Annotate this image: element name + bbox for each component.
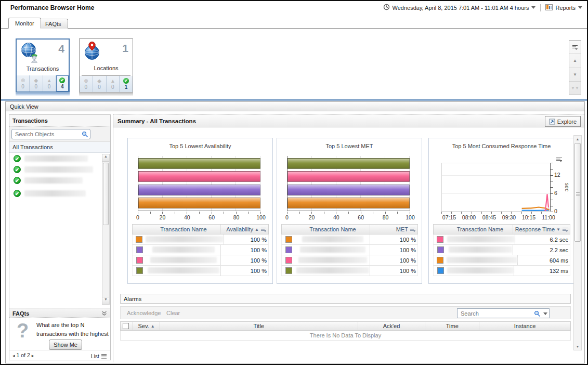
table-row[interactable]: 6.2 sec — [433, 234, 570, 245]
column-transaction-name[interactable]: Transaction Name — [147, 226, 220, 232]
reports-caret-icon[interactable] — [578, 6, 582, 9]
table-row[interactable]: 100 % — [132, 266, 269, 276]
column-menu-icon[interactable] — [562, 227, 568, 232]
scrollbar-thumb[interactable] — [103, 163, 109, 225]
pager-label: 1 of 2 — [16, 352, 30, 358]
all-transactions-header[interactable]: All Transactions — [9, 142, 110, 153]
time-range-label[interactable]: Wednesday, April 8, 2015 7:01 AM - 11:01… — [393, 5, 529, 11]
table-row[interactable]: 100 % — [281, 245, 418, 255]
column-transaction-name[interactable]: Transaction Name — [448, 226, 513, 232]
alarms-search-box — [457, 308, 550, 318]
table-row[interactable]: 604 ms — [433, 255, 570, 266]
scroll-down-button[interactable]: ▼ — [569, 68, 581, 82]
tab-faqts[interactable]: FAQts — [38, 19, 68, 29]
status-warning[interactable]: ▲0 — [43, 75, 56, 92]
series-swatch — [437, 236, 443, 243]
transactions-status-row: ⊗0 ◆0 ▲0 ✔4 — [17, 75, 69, 92]
column-acked[interactable]: Ack'ed — [358, 322, 426, 330]
bar[interactable] — [288, 171, 410, 182]
table-row[interactable]: 100 % — [132, 245, 269, 255]
table-row[interactable]: 100 % — [132, 234, 269, 245]
normal-count: 4 — [61, 84, 64, 89]
alarms-search-input[interactable] — [460, 310, 531, 317]
redacted-transaction-name — [24, 190, 86, 197]
scroll-up-button[interactable]: ▲ — [569, 54, 581, 68]
acknowledge-button[interactable]: Acknowledge — [127, 310, 161, 316]
search-options-caret-icon[interactable] — [543, 312, 547, 315]
table-row[interactable]: 100 % — [281, 234, 418, 245]
column-menu-icon[interactable] — [410, 227, 416, 232]
status-critical[interactable]: ◆0 — [29, 75, 42, 92]
reports-button[interactable]: Reports — [555, 5, 576, 11]
series-swatch — [437, 246, 444, 253]
explore-button[interactable]: Explore — [545, 116, 581, 127]
list-view-icon[interactable] — [101, 354, 107, 359]
search-icon[interactable] — [82, 131, 88, 138]
tile-transactions[interactable]: 4 Transactions ⊗0 ◆0 ▲0 ✔4 — [16, 38, 70, 93]
column-title[interactable]: Title — [160, 322, 358, 330]
table-row[interactable]: 2.2 sec — [433, 245, 570, 255]
bar[interactable] — [138, 158, 260, 169]
column-availability[interactable]: Availability▲ — [220, 225, 268, 234]
chart-menu-icon[interactable] — [556, 155, 563, 164]
bar[interactable] — [138, 198, 260, 208]
tile-list-button[interactable] — [569, 41, 581, 54]
clock-icon — [383, 4, 390, 11]
faqts-title: FAQts — [12, 310, 29, 317]
scroll-down-icon[interactable]: ▼ — [574, 343, 581, 350]
column-time[interactable]: Time — [425, 322, 479, 330]
table-row[interactable]: 132 ms — [433, 266, 570, 276]
column-transaction-name[interactable]: Transaction Name — [296, 226, 370, 232]
gridline — [442, 175, 550, 176]
status-warning[interactable]: ▲0 — [106, 76, 120, 92]
show-me-button[interactable]: Show Me — [49, 340, 82, 350]
clear-button[interactable]: Clear — [166, 310, 180, 316]
pager-next-icon[interactable]: ▸ — [32, 353, 34, 358]
table-row[interactable]: 100 % — [281, 255, 418, 266]
bar[interactable] — [138, 185, 260, 195]
met-table: Transaction Name MET 100 % 100 % 100 % 1… — [281, 224, 418, 276]
transactions-count: 4 — [58, 43, 64, 55]
redacted-transaction-name — [447, 267, 514, 273]
search-input[interactable] — [14, 130, 79, 138]
select-all-checkbox[interactable] — [123, 323, 129, 329]
column-menu-icon[interactable] — [260, 227, 267, 232]
tab-monitor[interactable]: Monitor — [8, 18, 41, 29]
column-severity[interactable]: Sev.▲ — [133, 322, 160, 330]
scroll-down-icon[interactable]: ▼ — [102, 297, 109, 304]
time-range-caret-icon[interactable] — [531, 6, 535, 9]
bar[interactable] — [288, 185, 410, 195]
scrollbar-thumb[interactable] — [574, 143, 581, 242]
table-row[interactable]: 100 % — [132, 255, 269, 266]
column-instance[interactable]: Instance — [479, 322, 570, 330]
table-row[interactable]: 100 % — [281, 266, 418, 276]
search-icon[interactable] — [534, 310, 541, 317]
x-axis-labels: 07:15 08:00 08:45 09:30 10:15 11:00 — [441, 214, 551, 220]
page-down-button[interactable]: ▼▼ — [569, 82, 581, 95]
scroll-up-icon[interactable]: ▲ — [574, 136, 581, 142]
list-item[interactable]: ✔ — [9, 153, 110, 164]
status-fatal[interactable]: ⊗0 — [80, 76, 93, 92]
list-item[interactable]: ✔ — [9, 175, 110, 186]
sidebar-scrollbar[interactable]: ▲ ▼ — [102, 154, 110, 305]
status-fatal[interactable]: ⊗0 — [17, 75, 29, 92]
scroll-up-icon[interactable]: ▲ — [102, 154, 109, 162]
status-normal[interactable]: ✔1 — [119, 76, 133, 92]
tile-locations[interactable]: 1 Locations ⊗0 ◆0 ▲0 ✔1 — [79, 38, 133, 93]
column-met[interactable]: MET — [370, 225, 417, 234]
explore-label: Explore — [557, 119, 577, 125]
bar[interactable] — [288, 198, 410, 208]
list-view-label[interactable]: List — [91, 353, 99, 359]
collapse-chevrons-icon[interactable] — [101, 310, 107, 317]
list-item[interactable]: ✔ — [9, 164, 110, 175]
status-critical[interactable]: ◆0 — [93, 76, 106, 92]
status-normal[interactable]: ✔4 — [56, 75, 69, 92]
bar[interactable] — [138, 171, 260, 182]
summary-scrollbar[interactable]: ▲ ▼ — [573, 135, 582, 350]
bar[interactable] — [288, 158, 410, 169]
list-item[interactable]: ✔ — [9, 188, 110, 199]
column-response-time[interactable]: Response Time▼ — [513, 225, 570, 234]
pager-prev-icon[interactable]: ◂ — [12, 353, 15, 358]
normal-count: 1 — [125, 84, 128, 90]
thumb-grip — [576, 192, 580, 196]
